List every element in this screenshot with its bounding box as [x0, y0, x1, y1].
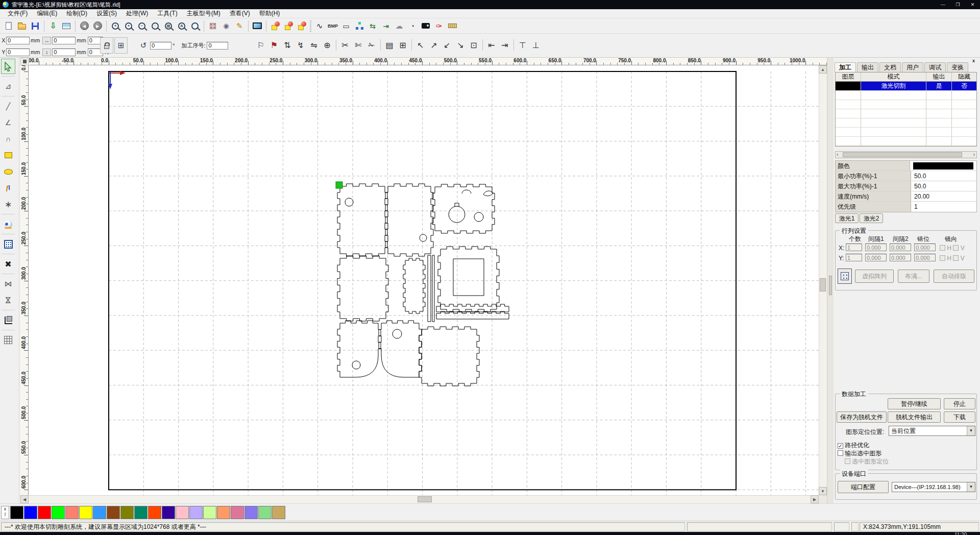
- palette-color-1[interactable]: [24, 506, 37, 519]
- array-copy-tool-icon[interactable]: [1, 332, 15, 348]
- palette-color-14[interactable]: [203, 506, 216, 519]
- anchor-top-right-icon[interactable]: ↗: [427, 39, 440, 51]
- position-selected-checkbox[interactable]: [845, 458, 850, 464]
- panel-tab-文档[interactable]: 文档: [879, 62, 901, 72]
- detail-arc[interactable]: [462, 190, 471, 193]
- scroll-down-icon[interactable]: ▼: [819, 487, 827, 495]
- zoom-all-icon[interactable]: ▦: [162, 20, 175, 32]
- laser-position-b-icon[interactable]: [282, 20, 295, 32]
- scroll-right-icon[interactable]: ▶: [811, 495, 819, 503]
- palette-color-9[interactable]: [134, 506, 148, 519]
- position-dropdown-icon[interactable]: ▼: [967, 426, 975, 435]
- laser-pen-icon[interactable]: ✑: [432, 20, 446, 32]
- prop-speed-value[interactable]: 20.00: [911, 191, 976, 201]
- panel-tab-变换[interactable]: 变换: [947, 62, 968, 72]
- array-preview-button[interactable]: [838, 269, 852, 284]
- layer-hide-value[interactable]: 否: [952, 82, 976, 91]
- palette-color-2[interactable]: [38, 506, 51, 519]
- save-offline-button[interactable]: 保存为脱机文件: [837, 411, 887, 423]
- power-meter-icon[interactable]: ◔: [406, 20, 419, 32]
- array-y-count-input[interactable]: [846, 254, 862, 261]
- menu-item-4[interactable]: 处理(W): [121, 9, 153, 18]
- data-list-icon[interactable]: ▤: [383, 39, 396, 51]
- col-mode[interactable]: 模式: [861, 72, 926, 82]
- ruler-origin-button[interactable]: [20, 58, 29, 65]
- array-y-gap1-input[interactable]: [865, 254, 887, 261]
- array-x-gap1-input[interactable]: [865, 244, 887, 251]
- virtual-array-button[interactable]: 虚拟阵列: [855, 270, 894, 283]
- palette-color-15[interactable]: [217, 506, 230, 519]
- palette-color-6[interactable]: [93, 506, 106, 519]
- panel-tab-加工[interactable]: 加工: [835, 62, 856, 72]
- width-input[interactable]: [52, 37, 76, 44]
- array-y-mirror-v-checkbox[interactable]: [953, 255, 959, 261]
- camera-view-icon[interactable]: [419, 20, 432, 32]
- layer-row-selected[interactable]: 激光切割 是 否: [836, 82, 976, 91]
- job-number-input[interactable]: [207, 42, 228, 50]
- detail-squiggle[interactable]: [483, 191, 493, 196]
- zoom-in-icon[interactable]: +: [122, 20, 135, 32]
- layer-table-scrollbar[interactable]: ‹ ›: [835, 151, 977, 158]
- capture-tool-icon[interactable]: [1, 216, 15, 232]
- plate-top-left[interactable]: [337, 184, 387, 256]
- palette-color-16[interactable]: [231, 506, 244, 519]
- menu-item-5[interactable]: 工具(T): [153, 9, 182, 18]
- canvas-horizontal-scrollbar[interactable]: ◀ ▶: [20, 495, 819, 503]
- v-scroll-thumb[interactable]: [820, 278, 826, 291]
- rect-tool-icon[interactable]: [1, 148, 15, 163]
- work-canv[interactable]: [29, 65, 819, 495]
- break-curve-icon[interactable]: ✁: [365, 39, 378, 51]
- position-mode-select[interactable]: 当前位置 ▼: [889, 426, 975, 436]
- zoom-select-icon[interactable]: [188, 20, 202, 32]
- align-right-edge-icon[interactable]: ⇥: [498, 39, 511, 51]
- design-hole[interactable]: [352, 361, 360, 369]
- device-select[interactable]: Device---(IP:192.168.1.98) ▼: [892, 482, 975, 492]
- col-hide[interactable]: 隐藏: [952, 72, 976, 82]
- palette-color-7[interactable]: [107, 506, 120, 519]
- array-x-count-input[interactable]: [846, 244, 862, 251]
- bmp-tool-icon[interactable]: BMP: [326, 20, 339, 32]
- palette-color-19[interactable]: [272, 506, 285, 519]
- polyline-tool-icon[interactable]: ∠: [1, 115, 15, 130]
- design-hole[interactable]: [345, 198, 353, 206]
- set-anchor-icon[interactable]: ⊕: [321, 39, 334, 51]
- height-input[interactable]: [52, 48, 76, 56]
- laser2-button[interactable]: 激光2: [860, 213, 883, 223]
- laser-design[interactable]: [337, 184, 509, 386]
- reverse-direction-icon[interactable]: ⇋: [307, 39, 321, 51]
- ruler-tool-icon[interactable]: [446, 20, 459, 32]
- palette-color-13[interactable]: [189, 506, 203, 519]
- node-pen-icon[interactable]: ✎: [233, 20, 246, 32]
- layer-scroll-right-icon[interactable]: ›: [973, 152, 975, 157]
- array-x-gap2-input[interactable]: [890, 244, 911, 251]
- anchor-center-icon[interactable]: ⊡: [467, 39, 480, 51]
- port-config-button[interactable]: 端口配置: [838, 481, 889, 493]
- auto-layout-button[interactable]: 自动排版: [934, 270, 974, 283]
- plate-top-right[interactable]: [432, 184, 495, 233]
- layer-row-empty[interactable]: [836, 100, 976, 109]
- array-y-gap2-input[interactable]: [890, 254, 911, 261]
- prop-priority-value[interactable]: 1: [911, 202, 976, 212]
- anchor-bottom-right-icon[interactable]: ↘: [454, 39, 467, 51]
- curve-smooth-icon[interactable]: ∿: [313, 20, 326, 32]
- anchor-bottom-left-icon[interactable]: ↙: [440, 39, 454, 51]
- export-image-icon[interactable]: [60, 20, 73, 32]
- plate-top-middle[interactable]: [385, 184, 433, 256]
- select-tool-icon[interactable]: [1, 59, 15, 74]
- view-back-icon[interactable]: ◀: [78, 20, 91, 32]
- pause-continue-button[interactable]: 暂停/继续: [888, 398, 941, 409]
- trim-curve-icon[interactable]: ✄: [352, 39, 365, 51]
- col-output[interactable]: 输出: [926, 72, 952, 82]
- x-position-input[interactable]: [6, 37, 30, 44]
- pick-tool-icon[interactable]: ◉: [219, 20, 233, 32]
- palette-color-4[interactable]: [65, 506, 79, 519]
- menu-item-3[interactable]: 设置(S): [92, 9, 121, 18]
- delete-tool-icon[interactable]: ✖: [1, 256, 15, 272]
- output-cloud-icon[interactable]: ☁: [393, 20, 406, 32]
- menu-item-1[interactable]: 编辑(E): [32, 9, 62, 18]
- bezier-tool-icon[interactable]: ∩: [1, 131, 15, 147]
- menu-item-0[interactable]: 文件(F): [3, 9, 32, 18]
- strip-vertical-2[interactable]: [432, 255, 434, 322]
- palette-color-10[interactable]: [148, 506, 161, 519]
- palette-color-3[interactable]: [52, 506, 65, 519]
